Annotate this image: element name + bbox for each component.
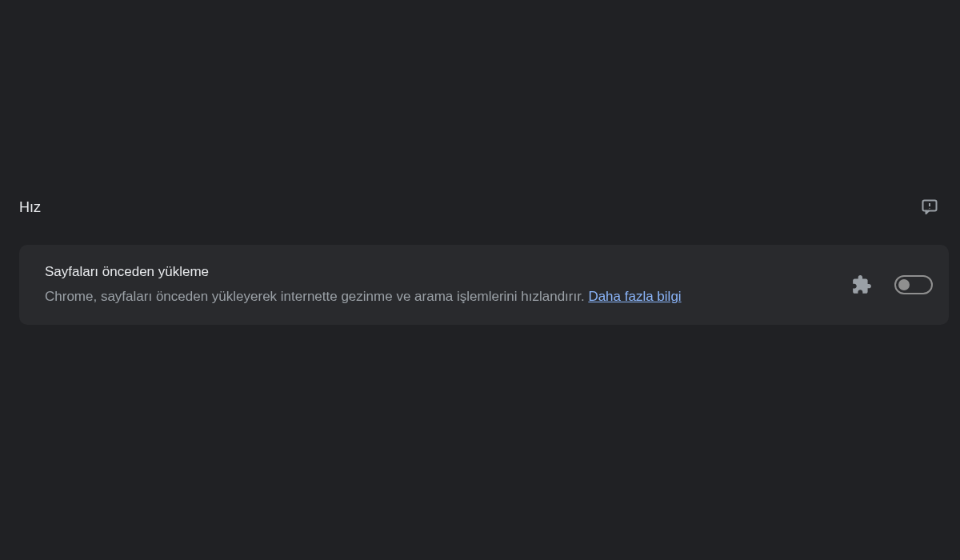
preload-toggle[interactable]: [894, 275, 933, 294]
section-header: Hız: [19, 195, 941, 219]
feedback-button[interactable]: [918, 196, 941, 218]
card-title: Sayfaları önceden yükleme: [45, 262, 835, 282]
feedback-icon: [920, 198, 939, 217]
extension-indicator[interactable]: [851, 274, 872, 295]
card-controls: [851, 274, 933, 295]
svg-point-2: [929, 208, 930, 209]
card-description-line: Chrome, sayfaları önceden yükleyerek int…: [45, 286, 835, 307]
section-title: Hız: [19, 199, 41, 216]
settings-page: Hız Sayfaları önceden yükleme Chrome, sa…: [0, 0, 960, 560]
learn-more-link[interactable]: Daha fazla bilgi: [588, 289, 681, 304]
puzzle-icon: [851, 274, 872, 295]
toggle-knob: [898, 279, 910, 290]
preload-pages-card: Sayfaları önceden yükleme Chrome, sayfal…: [19, 245, 949, 325]
card-text: Sayfaları önceden yükleme Chrome, sayfal…: [45, 262, 851, 307]
card-description: Chrome, sayfaları önceden yükleyerek int…: [45, 289, 588, 304]
